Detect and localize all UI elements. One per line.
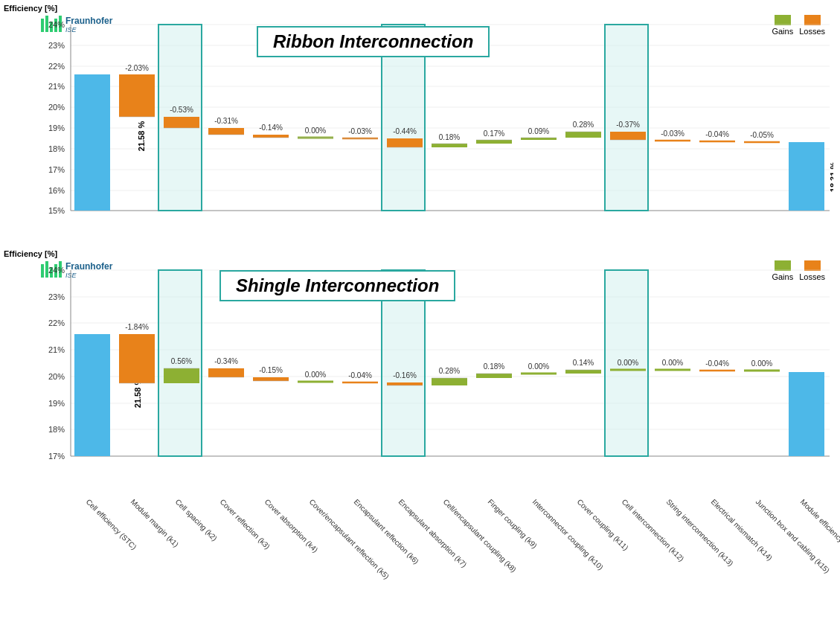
bar-ribbon-10 — [521, 138, 557, 140]
bar-ribbon-3 — [208, 128, 244, 135]
xlabel-1: Module margin (k1) — [129, 499, 181, 548]
bar-ribbon-11 — [565, 132, 601, 138]
svg-text:-0.03%: -0.03% — [661, 129, 684, 138]
bar-ribbon-16 — [789, 142, 824, 211]
svg-text:-0.16%: -0.16% — [393, 371, 417, 379]
svg-text:0.28%: 0.28% — [439, 367, 460, 375]
svg-text:-2.03%: -2.03% — [125, 64, 149, 72]
svg-text:-0.53%: -0.53% — [170, 106, 193, 114]
svg-text:16%: 16% — [48, 186, 65, 195]
svg-text:20%: 20% — [48, 103, 65, 112]
svg-text:-0.44%: -0.44% — [393, 127, 417, 135]
shingle-chart-section: Efficiency [%] Fraunhofer ISE Shingle In… — [4, 249, 836, 495]
svg-text:18%: 18% — [48, 144, 65, 153]
svg-text:0.00%: 0.00% — [305, 371, 326, 379]
svg-text:0.00%: 0.00% — [528, 362, 549, 371]
bar-ribbon-1 — [119, 74, 155, 117]
svg-text:0.17%: 0.17% — [484, 129, 504, 138]
xlabel-4: Cover absorption (k4) — [263, 499, 320, 554]
svg-text:24%: 24% — [48, 266, 65, 275]
svg-text:21.58 %: 21.58 % — [137, 121, 146, 152]
bar-shingle-0 — [74, 334, 110, 456]
svg-text:24%: 24% — [48, 20, 65, 29]
svg-text:23%: 23% — [48, 292, 65, 301]
svg-text:22%: 22% — [48, 62, 65, 71]
svg-text:17%: 17% — [48, 452, 65, 461]
bar-ribbon-4 — [253, 135, 289, 138]
bar-shingle-16 — [789, 372, 824, 456]
bar-shingle-9 — [476, 374, 512, 378]
svg-text:-0.37%: -0.37% — [616, 121, 640, 129]
bar-shingle-7 — [387, 382, 423, 385]
bar-shingle-11 — [565, 370, 601, 374]
svg-text:15%: 15% — [48, 206, 65, 215]
svg-text:0.09%: 0.09% — [528, 127, 549, 135]
xlabel-8: Cell/encapsulant coupling (k8) — [442, 499, 519, 574]
bar-ribbon-8 — [432, 144, 467, 147]
shingle-title: Shingle Interconnection — [219, 270, 455, 301]
xlabel-15: Junction box and cabling (k15) — [754, 499, 832, 574]
svg-text:18.31 %: 18.31 % — [829, 162, 833, 193]
xlabel-3: Cover reflection (k3) — [219, 499, 272, 551]
svg-text:0.00%: 0.00% — [751, 359, 772, 368]
svg-text:19%: 19% — [48, 399, 65, 408]
bar-ribbon-9 — [476, 140, 512, 144]
ribbon-title: Ribbon Interconnection — [257, 26, 490, 57]
xlabel-5: Cover/encapsulant reflection (k5) — [308, 499, 391, 580]
svg-text:22%: 22% — [48, 318, 65, 327]
svg-text:0.00%: 0.00% — [662, 359, 683, 367]
bar-ribbon-12 — [610, 132, 646, 140]
bar-shingle-4 — [253, 377, 289, 381]
bar-shingle-2 — [164, 368, 199, 383]
xlabel-2: Cell spacing (k2) — [174, 499, 219, 542]
bar-shingle-1 — [119, 334, 155, 383]
svg-text:18%: 18% — [48, 425, 65, 434]
svg-text:0.18%: 0.18% — [439, 133, 460, 141]
svg-text:20%: 20% — [48, 372, 65, 381]
svg-text:0.28%: 0.28% — [573, 121, 594, 129]
highlight-k12-ribbon — [605, 25, 648, 211]
svg-text:-0.31%: -0.31% — [214, 117, 238, 125]
svg-text:21%: 21% — [48, 345, 65, 354]
shingle-y-axis-label: Efficiency [%] — [4, 249, 57, 258]
x-labels-svg: Cell efficiency (STC) Module margin (k1)… — [63, 499, 840, 631]
svg-text:0.00%: 0.00% — [305, 126, 326, 135]
svg-text:17%: 17% — [48, 165, 65, 174]
svg-text:23%: 23% — [48, 41, 65, 50]
svg-text:-0.14%: -0.14% — [259, 124, 283, 132]
svg-text:0.18%: 0.18% — [484, 362, 504, 371]
svg-text:-0.15%: -0.15% — [259, 366, 283, 374]
svg-text:21%: 21% — [48, 82, 65, 91]
svg-text:-0.05%: -0.05% — [750, 131, 774, 139]
bar-shingle-8 — [432, 378, 467, 385]
svg-text:-0.03%: -0.03% — [348, 127, 372, 135]
svg-text:-0.04%: -0.04% — [705, 359, 729, 368]
bar-ribbon-2 — [164, 117, 199, 128]
ribbon-chart-section: Efficiency [%] Fraunhofer ISE Ribbon Int… — [4, 4, 836, 249]
main-container: Efficiency [%] Fraunhofer ISE Ribbon Int… — [0, 0, 840, 631]
x-axis-labels: Cell efficiency (STC) Module margin (k1)… — [63, 495, 840, 631]
svg-text:-1.84%: -1.84% — [125, 323, 149, 331]
svg-text:0.56%: 0.56% — [171, 357, 192, 365]
svg-text:0.14%: 0.14% — [573, 359, 594, 367]
svg-text:-0.04%: -0.04% — [348, 371, 372, 379]
xlabel-9: Finger coupling (k9) — [487, 499, 539, 550]
ribbon-y-axis-label: Efficiency [%] — [4, 4, 57, 13]
bar-ribbon-7 — [387, 138, 423, 147]
svg-text:0.00%: 0.00% — [618, 359, 638, 367]
svg-text:-0.34%: -0.34% — [214, 357, 238, 365]
svg-text:19%: 19% — [48, 124, 65, 132]
svg-text:-0.04%: -0.04% — [705, 130, 729, 138]
bar-shingle-3 — [208, 368, 244, 377]
bar-ribbon-0 — [74, 74, 110, 211]
xlabel-0: Cell efficiency (STC) — [85, 499, 138, 551]
